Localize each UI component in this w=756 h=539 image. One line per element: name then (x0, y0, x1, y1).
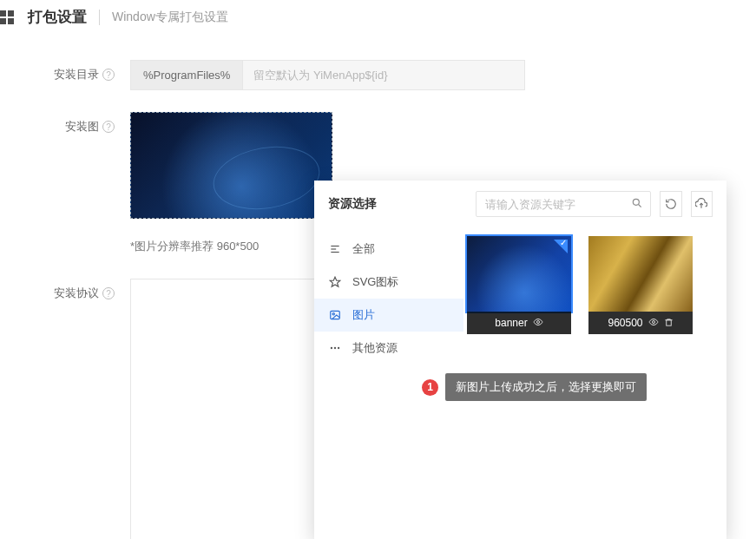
svg-point-11 (338, 347, 339, 349)
annotation-number: 1 (422, 379, 438, 396)
star-icon (328, 276, 342, 288)
svg-marker-6 (330, 277, 340, 286)
label-install-agreement-text: 安装协议 (54, 286, 99, 301)
delete-icon[interactable] (664, 318, 674, 329)
search-icon[interactable] (631, 197, 643, 212)
annotation-text: 新图片上传成功之后，选择更换即可 (445, 373, 647, 401)
header-divider (99, 10, 100, 25)
svg-point-10 (334, 347, 336, 349)
svg-rect-14 (666, 319, 671, 325)
label-install-dir: 安装目录 ? (0, 60, 130, 82)
page-subtitle: Window专属打包设置 (112, 10, 228, 25)
label-install-image: 安装图 ? (0, 112, 130, 135)
category-all-label: 全部 (352, 241, 375, 257)
label-install-image-text: 安装图 (65, 119, 99, 135)
help-icon[interactable]: ? (102, 69, 115, 81)
selected-check-icon (554, 240, 568, 253)
row-install-dir: 安装目录 ? %ProgramFiles% (0, 60, 756, 90)
resource-select-popover: 资源选择 全部 SVG图标 (314, 181, 726, 539)
windows-icon (0, 10, 16, 24)
image-icon (328, 309, 342, 321)
resource-name: 960500 (608, 317, 642, 329)
category-image-label: 图片 (352, 307, 375, 323)
install-dir-input[interactable] (242, 60, 525, 90)
svg-line-1 (639, 204, 641, 207)
popover-header: 资源选择 (314, 181, 726, 227)
svg-point-8 (332, 313, 334, 315)
help-icon[interactable]: ? (102, 287, 115, 299)
category-all[interactable]: 全部 (314, 233, 463, 266)
annotation-callout: 1 新图片上传成功之后，选择更换即可 (422, 373, 647, 401)
resource-name: banner (495, 317, 527, 329)
resource-search-input[interactable] (485, 198, 631, 211)
refresh-button[interactable] (660, 191, 682, 217)
category-image[interactable]: 图片 (314, 299, 463, 332)
svg-point-0 (633, 199, 639, 205)
svg-rect-7 (331, 311, 340, 319)
eye-icon[interactable] (533, 317, 543, 329)
install-dir-field: %ProgramFiles% (130, 60, 525, 90)
label-install-dir-text: 安装目录 (54, 67, 99, 82)
help-icon[interactable]: ? (102, 121, 115, 133)
svg-point-9 (331, 347, 332, 349)
resource-search[interactable] (476, 191, 651, 217)
upload-button[interactable] (691, 191, 713, 217)
page-title: 打包设置 (28, 7, 87, 27)
resource-item-banner[interactable]: banner (467, 236, 571, 334)
dots-icon (328, 342, 342, 354)
page-header: 打包设置 Window专属打包设置 (0, 0, 756, 36)
category-other-label: 其他资源 (352, 340, 398, 356)
list-icon (328, 243, 342, 255)
resource-caption: 960500 (588, 312, 693, 334)
label-install-agreement: 安装协议 ? (0, 279, 130, 301)
svg-point-13 (652, 321, 654, 324)
popover-title: 资源选择 (328, 196, 467, 212)
category-svg[interactable]: SVG图标 (314, 266, 463, 299)
install-image-preview[interactable] (130, 112, 332, 219)
resource-caption: banner (467, 312, 571, 334)
resource-item-960500[interactable]: 960500 (588, 236, 693, 334)
category-svg-label: SVG图标 (352, 274, 398, 290)
svg-point-12 (536, 321, 539, 324)
resource-thumb (588, 236, 693, 312)
resource-thumb (467, 236, 571, 312)
install-image-hint: *图片分辨率推荐 960*500 (130, 240, 259, 253)
category-other[interactable]: 其他资源 (314, 332, 463, 365)
install-dir-prefix: %ProgramFiles% (130, 60, 242, 90)
eye-icon[interactable] (648, 317, 659, 329)
